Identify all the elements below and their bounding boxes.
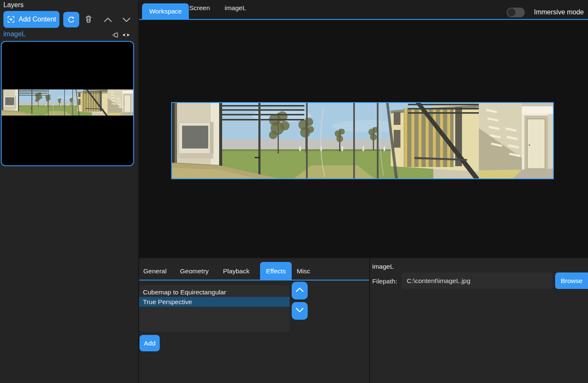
effect-move-up-button[interactable]: [292, 282, 308, 299]
tab-misc[interactable]: Misc: [297, 267, 310, 275]
properties-tab-bar: General Geometry Playback Effects Misc: [139, 258, 369, 281]
layers-panel: Layers Add Content: [0, 0, 139, 383]
chevron-down-icon: [295, 306, 305, 316]
workspace-tab-bar: Workspace Screen imageL Immersive mode: [139, 0, 588, 20]
effect-move-down-button[interactable]: [292, 302, 308, 320]
crop-plus-icon: [7, 15, 15, 24]
tab-playback[interactable]: Playback: [223, 267, 250, 275]
filepath-label: Filepath:: [372, 278, 397, 285]
toggle-knob: [507, 8, 516, 16]
chevron-down-icon: [121, 19, 132, 25]
layer-thumbnail[interactable]: [1, 41, 134, 166]
browse-button[interactable]: Browse: [555, 272, 588, 289]
effect-list-item-selected[interactable]: True Perspective: [139, 297, 290, 307]
layer-file-panel: imageL Filepath: Browse: [370, 258, 588, 383]
effects-list: Cubemap to Equirectangular True Perspect…: [139, 285, 290, 332]
add-effect-button[interactable]: Add: [140, 335, 160, 351]
add-content-label: Add Content: [19, 16, 56, 23]
layer-thumbnail-image: [2, 89, 133, 116]
layer-row: imageL: [0, 30, 139, 40]
add-content-button[interactable]: Add Content: [3, 11, 59, 28]
eye-icon[interactable]: [122, 31, 130, 39]
layers-panel-title: Layers: [3, 1, 24, 9]
tab-geometry[interactable]: Geometry: [180, 267, 209, 275]
refresh-layers-button[interactable]: [63, 12, 79, 27]
properties-panel: General Geometry Playback Effects Misc C…: [139, 258, 369, 383]
filepath-input[interactable]: [402, 272, 553, 289]
effect-list-item[interactable]: Cubemap to Equirectangular: [139, 287, 290, 297]
chevron-up-icon: [102, 19, 113, 25]
move-layer-up-button[interactable]: [102, 16, 113, 24]
immersive-mode-toggle[interactable]: [507, 8, 525, 17]
canvas-image: [172, 103, 553, 178]
delete-layer-button[interactable]: [84, 14, 94, 24]
tab-effects[interactable]: Effects: [260, 262, 292, 281]
tab-imagel[interactable]: imageL: [225, 4, 246, 12]
main-area: Workspace Screen imageL Immersive mode G…: [139, 0, 588, 383]
layer-name-label[interactable]: imageL: [3, 30, 25, 38]
refresh-icon: [67, 16, 75, 24]
tab-workspace[interactable]: Workspace: [142, 3, 189, 19]
tab-general[interactable]: General: [143, 267, 166, 275]
canvas-layer-imageL[interactable]: [171, 102, 554, 179]
immersive-mode-label: Immersive mode: [534, 8, 584, 16]
tab-screen[interactable]: Screen: [189, 4, 210, 12]
chevron-up-icon: [295, 286, 305, 295]
trash-icon: [84, 15, 94, 23]
application-window: Layers Add Content: [0, 0, 588, 383]
workspace-canvas[interactable]: [139, 21, 588, 257]
layer-file-panel-title: imageL: [372, 263, 394, 270]
pin-icon[interactable]: [111, 31, 120, 39]
move-layer-down-button[interactable]: [121, 16, 132, 24]
